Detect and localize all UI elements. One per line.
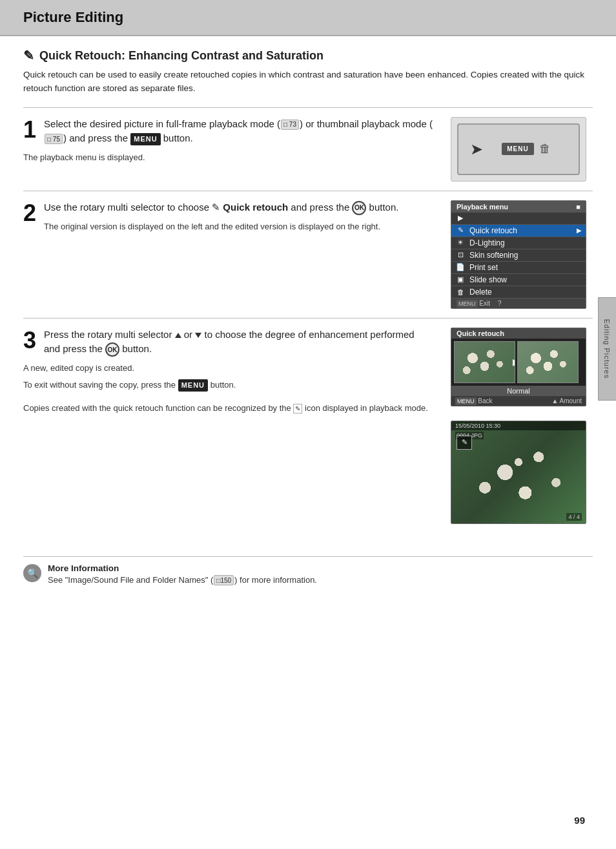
photo-result-screen: 15/05/2010 15:30 0004.JPG ✎ 4 / 4 xyxy=(451,421,586,524)
more-info-text-before: See "Image/Sound File and Folder Names" … xyxy=(48,575,213,585)
more-info-section: 🔍 More Information See "Image/Sound File… xyxy=(23,556,593,592)
pm-slideshow-label: Slide show xyxy=(469,275,507,284)
step-3-right: Quick retouch ▶ Normal xyxy=(444,328,593,524)
info-icon: 🔍 xyxy=(27,568,38,578)
triangle-down-icon xyxy=(195,333,201,338)
pm-item-skin: ⊡ Skin softening xyxy=(451,249,586,262)
ok-button-step2: OK xyxy=(352,201,366,215)
pm-title-text: Playback menu xyxy=(457,203,508,211)
page-title: Picture Editing xyxy=(23,9,593,26)
qr-edited-pattern xyxy=(518,342,578,383)
pm-play-icon: ▶ xyxy=(455,214,466,223)
pm-footer-right: ? xyxy=(498,300,502,307)
playback-menu-illustration: Playback menu ■ ▶ ✎ Quick retouch ▶ ☀ D-… xyxy=(451,200,586,309)
step-3-number: 3 xyxy=(23,329,36,352)
photo-page-count: 4 / 4 xyxy=(566,513,582,521)
qr-middle-arrow-icon: ▶ xyxy=(513,357,515,367)
pm-dlighting-icon: ☀ xyxy=(455,238,466,247)
menu-btn-exit: MENU xyxy=(178,379,208,392)
step-1-title: Select the desired picture in full-frame… xyxy=(44,117,433,146)
step-1-right: ➤ MENU 🗑 xyxy=(444,117,593,182)
step-2: 2 Use the rotary multi selector to choos… xyxy=(23,191,593,318)
pm-item-delete: 🗑 Delete xyxy=(451,286,586,299)
qr-screen: Quick retouch ▶ Normal xyxy=(451,328,586,406)
qr-title-bar: Quick retouch xyxy=(451,328,586,339)
pm-quick-retouch-icon: ✎ xyxy=(455,226,466,235)
pm-skin-label: Skin softening xyxy=(469,251,518,260)
more-info-icon: 🔍 xyxy=(23,564,41,582)
photo-date: 15/05/2010 15:30 xyxy=(455,423,500,429)
camera-controls: MENU 🗑 xyxy=(502,142,550,156)
menu-button-label: MENU xyxy=(130,133,160,145)
qr-footer-right: ▲ Amount xyxy=(551,397,582,404)
quick-retouch-icon: ✎ xyxy=(23,48,34,63)
photo-qr-icon-box: ✎ xyxy=(457,435,472,450)
pm-dlighting-label: D-Lighting xyxy=(469,238,505,247)
camera-arrow-icon: ➤ xyxy=(470,140,483,158)
pm-slideshow-icon: ▣ xyxy=(455,275,466,284)
section-title-container: ✎ Quick Retouch: Enhancing Contrast and … xyxy=(23,48,593,63)
pm-footer-left: MENU Exit xyxy=(457,300,490,307)
pm-delete-label: Delete xyxy=(469,288,492,297)
qr-icon-inline: ✎ xyxy=(293,404,302,414)
step-3-note2: To exit without saving the copy, press t… xyxy=(23,379,433,392)
step-1-left: 1 Select the desired picture in full-fra… xyxy=(23,117,444,182)
pm-item-print: 📄 Print set xyxy=(451,262,586,274)
pm-item-slideshow: ▣ Slide show xyxy=(451,274,586,286)
more-info-page-ref: □ 150 xyxy=(214,575,234,585)
cam-menu-btn: MENU xyxy=(502,143,533,155)
step3-right-col: Quick retouch ▶ Normal xyxy=(451,328,586,524)
step-2-left: 2 Use the rotary multi selector to choos… xyxy=(23,200,444,309)
camera-body: ➤ MENU 🗑 xyxy=(457,123,580,175)
ok-button-step3: OK xyxy=(105,342,119,357)
step-1: 1 Select the desired picture in full-fra… xyxy=(23,107,593,191)
more-info-title: More Information xyxy=(48,563,317,573)
pm-item-quick-retouch: ✎ Quick retouch ▶ xyxy=(451,225,586,237)
step-3-note1: A new, edited copy is created. xyxy=(23,362,433,375)
qr-footer: MENU Back ▲ Amount xyxy=(451,396,586,406)
pm-skin-icon: ⊡ xyxy=(455,251,466,260)
pm-arrow-icon: ▶ xyxy=(577,227,582,234)
cam-trash-icon: 🗑 xyxy=(539,142,551,156)
step-2-title: Use the rotary multi selector to choose … xyxy=(44,200,433,215)
camera-illustration: ➤ MENU 🗑 xyxy=(451,117,586,182)
step-3-note3: Copies created with the quick retouch fu… xyxy=(23,402,433,415)
more-info-text-after: ) for more information. xyxy=(234,575,317,585)
pm-play-icon-row: ▶ xyxy=(451,213,586,225)
step-2-number: 2 xyxy=(23,202,36,225)
pm-print-icon: 📄 xyxy=(455,263,466,272)
page-ref-73: □ 73 xyxy=(281,120,299,130)
main-content: ✎ Quick Retouch: Enhancing Contrast and … xyxy=(0,36,616,545)
step-3-left: 3 Press the rotary multi selector or to … xyxy=(23,328,444,524)
sidebar-tab-label: Editing Pictures xyxy=(604,319,611,379)
qr-footer-left: MENU Back xyxy=(455,397,493,404)
pm-title-icon: ■ xyxy=(576,203,580,211)
qr-title-text: Quick retouch xyxy=(457,330,504,337)
step-2-right: Playback menu ■ ▶ ✎ Quick retouch ▶ ☀ D-… xyxy=(444,200,593,309)
section-title: Quick Retouch: Enhancing Contrast and Sa… xyxy=(39,49,323,63)
step-2-note: The original version is displayed on the… xyxy=(23,220,433,233)
qr-edited-image xyxy=(517,341,579,383)
qr-normal-label: Normal xyxy=(507,387,529,395)
pm-item-dlighting: ☀ D-Lighting xyxy=(451,237,586,249)
step-3-title: Press the rotary multi selector or to ch… xyxy=(44,328,433,357)
more-info-content: More Information See "Image/Sound File a… xyxy=(48,563,317,586)
page-ref-75: □ 75 xyxy=(45,134,63,144)
step-1-number: 1 xyxy=(23,118,36,142)
step-3: 3 Press the rotary multi selector or to … xyxy=(23,318,593,533)
qr-images-container: ▶ xyxy=(451,339,586,386)
page-header: Picture Editing xyxy=(0,0,616,36)
page-number: 99 xyxy=(574,815,585,826)
qr-normal-bar: Normal xyxy=(451,386,586,396)
qr-original-pattern xyxy=(455,342,515,383)
quick-retouch-label: Quick retouch xyxy=(223,202,288,213)
qr-original-image: ▶ xyxy=(454,341,515,383)
sidebar-tab: Editing Pictures xyxy=(598,297,616,401)
pm-footer: MENU Exit ? xyxy=(451,299,586,308)
section-intro: Quick retouch can be used to easily crea… xyxy=(23,68,593,96)
step-1-note: The playback menu is displayed. xyxy=(23,151,433,164)
more-info-text: See "Image/Sound File and Folder Names" … xyxy=(48,575,317,586)
pm-delete-icon: 🗑 xyxy=(455,288,466,297)
photo-qr-icon: ✎ xyxy=(462,438,467,446)
pm-quick-retouch-label: Quick retouch xyxy=(469,226,517,235)
